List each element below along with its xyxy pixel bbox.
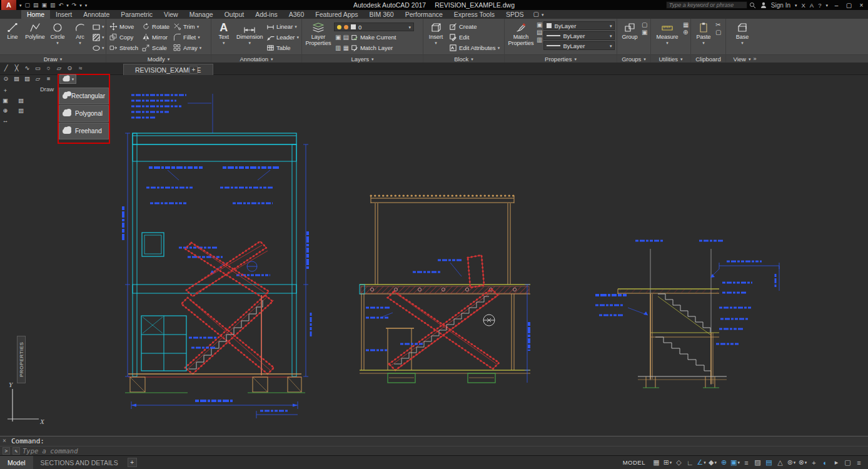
multiline-tool-icon[interactable]: ≡ (44, 74, 53, 83)
layout-tab-sections-and-details[interactable]: SECTIONS AND DETAILS (33, 456, 126, 469)
application-menu-button[interactable]: A (1, 0, 16, 10)
polyline-tool-icon[interactable]: ∿ (23, 64, 32, 72)
utilities-panel-label[interactable]: Utilities ▾ (651, 54, 690, 63)
annotation-monitor-icon[interactable]: + (809, 457, 819, 468)
dimension-button[interactable]: Dimension ▾ (236, 20, 264, 45)
rectangle-tool-2-icon[interactable]: ▭ (33, 64, 43, 72)
annotation-panel-label[interactable]: Annotation ▾ (211, 54, 301, 63)
sign-in-button[interactable]: Sign In (771, 2, 790, 9)
modify-panel-caret-icon[interactable]: ▾ (168, 57, 170, 61)
gradient-tool-icon[interactable]: ▧ (23, 74, 32, 83)
transparency-list-icon[interactable]: ▥ (537, 37, 542, 43)
circle-caret-icon[interactable]: ▾ (56, 41, 59, 45)
rectangle-caret-icon[interactable]: ▾ (102, 24, 104, 29)
grid-icon[interactable]: ▦ (651, 457, 662, 468)
layer-properties-button[interactable]: Layer Properties (304, 20, 333, 46)
move-button[interactable]: Move (108, 21, 139, 32)
groups-panel-label[interactable]: Groups ▾ (617, 54, 650, 63)
selection-cycling-icon[interactable]: ▤ (764, 457, 774, 468)
ribbon-tab-spds[interactable]: SPDS (500, 10, 530, 19)
paste-button[interactable]: Paste ▾ (693, 20, 714, 45)
track-tool-icon[interactable]: ⊕ (1, 106, 10, 114)
array-caret-icon[interactable]: ▾ (199, 46, 202, 50)
ribbon-tab-manage[interactable]: Manage (184, 10, 219, 19)
group-button[interactable]: Group (619, 20, 640, 41)
stretch-button[interactable]: Stretch (108, 43, 139, 53)
properties-panel-label[interactable]: Properties ▾ (505, 54, 617, 63)
a360-icon[interactable]: A (810, 2, 814, 9)
drawing-area[interactable] (0, 75, 868, 436)
pan-tool-icon[interactable]: ↔ (1, 116, 10, 124)
ribbon-tab-featured-apps[interactable]: Featured Apps (310, 10, 363, 19)
trim-button[interactable]: Trim▾ (172, 21, 203, 32)
line-tool-icon[interactable]: ╱ (1, 64, 11, 72)
revision-cloud-button[interactable]: ▾ (59, 74, 76, 84)
model-paper-toggle[interactable]: MODEL (618, 459, 650, 466)
edit-attributes-button[interactable]: Edit Attributes▾ (448, 43, 501, 53)
block-panel-label[interactable]: Block ▾ (423, 54, 504, 63)
object-color-dropdown[interactable]: ByLayer ▾ (543, 21, 615, 30)
ribbon-tab-home[interactable]: Home (21, 10, 50, 19)
ribbon-tab-add-ins[interactable]: Add-ins (250, 10, 283, 19)
point-tool-icon[interactable]: ⊙ (1, 74, 11, 83)
object-snap-tracking-icon[interactable]: ⊕ (719, 457, 729, 468)
hatch-caret-icon[interactable]: ▾ (102, 35, 104, 39)
group-edit-icon[interactable]: ▣ (642, 29, 647, 36)
exchange-apps-icon[interactable]: X (802, 2, 805, 9)
layer-dropdown-caret-icon[interactable]: ▾ (408, 25, 411, 29)
ribbon-tab-annotate[interactable]: Annotate (78, 10, 115, 19)
plot-icon[interactable]: ▥ (50, 2, 56, 8)
layers-panel-caret-icon[interactable]: ▾ (371, 57, 374, 61)
search-input[interactable] (666, 1, 747, 9)
flyout-item-rectangular[interactable]: Rectangular (59, 88, 109, 104)
ribbon-tab-express-tools[interactable]: Express Tools (448, 10, 500, 19)
command-close-icon[interactable]: × (3, 437, 6, 444)
sign-in-caret-icon[interactable]: ▾ (795, 3, 797, 8)
clean-screen-icon[interactable]: ▢ (842, 457, 853, 468)
insert-caret-icon[interactable]: ▾ (435, 41, 437, 45)
circle-tool-icon[interactable]: ○ (44, 64, 53, 72)
create-block-button[interactable]: Create (448, 21, 501, 32)
linear-caret-icon[interactable]: ▾ (295, 24, 297, 29)
properties-panel-caret-icon[interactable]: ▾ (574, 57, 577, 61)
dimension-caret-icon[interactable]: ▾ (248, 41, 251, 45)
measure-caret-icon[interactable]: ▾ (666, 41, 669, 45)
undo-caret-icon[interactable]: ▾ (66, 3, 69, 8)
make-current-button[interactable]: ▣ ▤ Make Current (334, 32, 414, 43)
flyout-item-freehand[interactable]: Freehand (59, 123, 109, 139)
ribbon-tab-insert[interactable]: Insert (50, 10, 78, 19)
command-input[interactable] (23, 447, 223, 455)
customization-icon[interactable]: ≡ (854, 457, 864, 468)
match-properties-button[interactable]: Match Properties (507, 20, 535, 46)
leader-button[interactable]: Leader▾ (265, 32, 300, 43)
help-icon[interactable]: ? (818, 2, 821, 9)
search-icon[interactable] (749, 2, 756, 9)
flyout-item-polygonal[interactable]: Polygonal (59, 105, 109, 122)
line-button[interactable]: Line (2, 20, 23, 41)
snap-mode-icon[interactable]: ⊞▾ (662, 457, 673, 468)
layer-dropdown[interactable]: 0 ▾ (334, 23, 414, 31)
revision-cloud-caret-icon[interactable]: ▾ (72, 77, 74, 81)
leader-caret-icon[interactable]: ▾ (296, 35, 299, 39)
minimize-button[interactable]: – (832, 2, 840, 9)
save-icon[interactable]: ▣ (42, 2, 48, 8)
transparency-display-icon[interactable]: ▨ (752, 457, 763, 468)
color-list-icon[interactable]: ▣ (537, 22, 542, 28)
view-panel-caret-icon[interactable]: ▾ (749, 57, 751, 61)
paste-caret-icon[interactable]: ▾ (702, 41, 705, 45)
ribbon-tab-bim-360[interactable]: BIM 360 (364, 10, 400, 19)
lineweight-caret-icon[interactable]: ▾ (610, 44, 612, 48)
text-button[interactable]: A Text ▾ (213, 20, 235, 45)
workspace-switching-icon[interactable]: ⊗▾ (797, 457, 808, 468)
ribbon-tab-view[interactable]: View (158, 10, 184, 19)
edit-attributes-caret-icon[interactable]: ▾ (498, 46, 500, 50)
block-panel-caret-icon[interactable]: ▾ (471, 57, 473, 61)
new-drawing-tab-button[interactable]: + (189, 66, 198, 74)
linetype-caret-icon[interactable]: ▾ (610, 34, 612, 38)
ribbon-tab-performance[interactable]: Performance (400, 10, 448, 19)
text-caret-icon[interactable]: ▾ (223, 41, 225, 45)
ellipse-caret-icon[interactable]: ▾ (102, 46, 104, 50)
infer-constraints-icon[interactable]: ◇ (674, 457, 684, 468)
annotation-scale-icon[interactable]: ⊛▾ (786, 457, 797, 468)
lineweight-display-icon[interactable]: ≡ (741, 457, 752, 468)
